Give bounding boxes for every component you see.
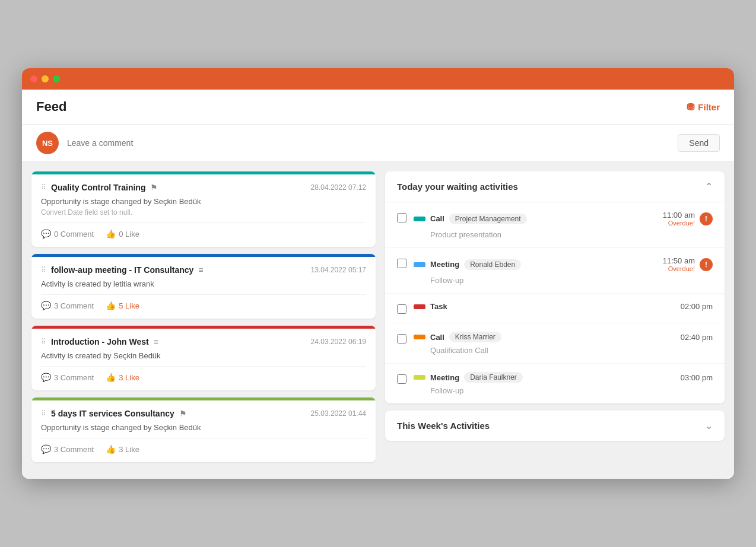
activity-color-bar [414,262,425,267]
overdue-badge: ! [700,212,713,225]
activity-color-bar [414,304,425,309]
minimize-button[interactable] [42,75,49,82]
collapse-icon[interactable]: ⌃ [705,181,713,192]
activity-top: Meeting Daria Faulkner 03:00 pm [414,372,713,383]
overdue-text: Overdue! [663,220,695,227]
like-label: 0 Like [119,230,139,238]
activity-item: Call Project Management 11:00 am Overdue… [385,202,725,248]
card-description: Activity is created by letitia wrank [41,279,366,288]
like-count[interactable]: 👍 0 Like [106,229,139,238]
card-description: Activity is created by Seçkin Bedük [41,351,366,360]
expand-icon[interactable]: ⌄ [705,420,713,431]
activity-top: Call Kriss Marrier 02:40 pm [414,332,713,342]
activity-checkbox[interactable] [397,334,406,344]
week-activities-header: This Week's Activities ⌄ [385,411,725,441]
comment-count[interactable]: 💬 3 Comment [41,301,94,310]
comment-icon: 💬 [41,444,51,454]
comment-icon: 💬 [41,301,51,310]
like-count[interactable]: 👍 3 Like [106,373,139,382]
comment-input[interactable] [67,138,669,148]
activities-list: Call Project Management 11:00 am Overdue… [385,202,725,403]
main-content: ⠿ Quality Control Training ⚑ 28.04.2022 … [22,162,734,479]
card-subdesc: Convert Date field set to null. [41,208,366,217]
like-count[interactable]: 👍 5 Like [106,301,139,310]
card-date: 13.04.2022 05:17 [311,266,366,274]
maximize-button[interactable] [53,75,60,82]
like-count[interactable]: 👍 3 Like [106,444,139,454]
comment-bar: NS Send [22,125,734,162]
time-block: 11:50 am Overdue! [663,256,695,272]
app-window: Feed ⛃ Filter NS Send ⠿ Quality Control … [22,68,734,479]
card-header: ⠿ Introduction - John West ≡ 24.03.2022 … [41,337,366,346]
waiting-activities-section: Today your waiting activities ⌃ Call Pro… [385,171,725,403]
like-icon: 👍 [106,301,116,310]
week-activities-section: This Week's Activities ⌄ [385,411,725,441]
drag-handle[interactable]: ⠿ [41,183,46,192]
card-title-left: ⠿ follow-aup meeting - IT Consultancy ≡ [41,265,204,275]
like-label: 5 Like [119,301,139,310]
time-block: 11:00 am Overdue! [663,211,695,227]
filter-button[interactable]: ⛃ Filter [687,101,720,113]
activity-time: 02:00 pm [681,302,713,311]
card-footer: 💬 3 Comment 👍 3 Like [41,438,366,454]
card-date: 28.04.2022 07:12 [311,183,366,192]
activity-checkbox[interactable] [397,374,406,384]
drag-handle[interactable]: ⠿ [41,409,46,418]
card-header: ⠿ follow-aup meeting - IT Consultancy ≡ … [41,265,366,275]
filter-icon: ⛃ [687,101,694,113]
activity-tag: Project Management [449,214,527,224]
close-button[interactable] [30,75,37,82]
feed-card: ⠿ 5 days IT services Consultancy ⚑ 25.03… [31,397,376,462]
activities-column: Today your waiting activities ⌃ Call Pro… [385,171,725,469]
activity-main: Meeting Ronald Ebden 11:50 am Overdue! !… [414,256,713,285]
page-title: Feed [36,99,66,115]
waiting-activities-title: Today your waiting activities [397,182,518,192]
activity-time-area: 11:00 am Overdue! ! [663,211,713,227]
card-footer: 💬 3 Comment 👍 3 Like [41,366,366,382]
activity-time-area: 02:40 pm [681,333,713,342]
list-icon: ≡ [198,265,203,275]
activity-top: Task 02:00 pm [414,302,713,311]
activity-tag: Daria Faulkner [464,372,523,383]
activity-item: Call Kriss Marrier 02:40 pm Qualificatio… [385,323,725,364]
feed-card: ⠿ follow-aup meeting - IT Consultancy ≡ … [31,254,376,319]
card-description: Opportunity is stage changed by Seçkin B… [41,423,366,432]
activity-color-bar [414,217,425,221]
activity-item: Meeting Ronald Ebden 11:50 am Overdue! !… [385,248,725,294]
comment-count[interactable]: 💬 3 Comment [41,373,94,382]
flag-icon: ⚑ [179,409,187,418]
like-label: 3 Like [119,445,139,454]
filter-label: Filter [698,102,720,112]
activity-tag: Kriss Marrier [449,332,501,342]
app-body: Feed ⛃ Filter NS Send ⠿ Quality Control … [22,90,734,479]
drag-handle[interactable]: ⠿ [41,338,46,346]
overdue-text: Overdue! [663,265,695,272]
card-title: follow-aup meeting - IT Consultancy [51,265,193,275]
comment-count[interactable]: 💬 3 Comment [41,444,94,454]
comment-label: 3 Comment [54,301,94,310]
comment-count[interactable]: 💬 0 Comment [41,229,94,238]
card-body: ⠿ Quality Control Training ⚑ 28.04.2022 … [31,174,376,247]
activity-main: Task 02:00 pm [414,302,713,314]
card-footer: 💬 3 Comment 👍 5 Like [41,294,366,310]
activity-main: Call Kriss Marrier 02:40 pm Qualificatio… [414,332,713,355]
comment-label: 3 Comment [54,373,94,382]
activity-time: 02:40 pm [681,333,713,342]
activity-name: Qualification Call [414,346,713,355]
card-title-left: ⠿ 5 days IT services Consultancy ⚑ [41,409,187,418]
activity-time-area: 03:00 pm [681,373,713,382]
activity-name: Follow-up [414,386,713,395]
card-title-left: ⠿ Quality Control Training ⚑ [41,183,158,192]
activity-type: Meeting [430,260,459,269]
activity-top: Meeting Ronald Ebden 11:50 am Overdue! ! [414,256,713,272]
activity-tag: Ronald Ebden [464,259,521,270]
activity-item: Meeting Daria Faulkner 03:00 pm Follow-u… [385,364,725,403]
send-button[interactable]: Send [678,134,720,152]
card-header: ⠿ 5 days IT services Consultancy ⚑ 25.03… [41,409,366,418]
activity-checkbox[interactable] [397,213,406,222]
comment-icon: 💬 [41,229,51,238]
activity-checkbox[interactable] [397,259,406,268]
drag-handle[interactable]: ⠿ [41,266,46,274]
activity-checkbox[interactable] [397,304,406,314]
activity-name: Product presentation [414,230,713,239]
